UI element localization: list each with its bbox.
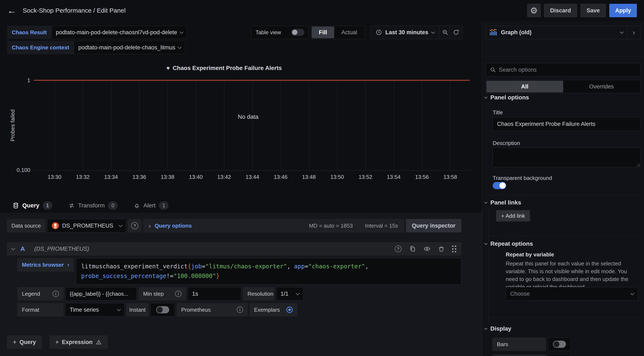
refresh-icon — [453, 29, 460, 36]
legend-row: Legend i Min step i Resolution 1/1 — [17, 287, 461, 301]
variable-value-dropdown[interactable]: podtato-main-pod-delete-chaos_litmus — [74, 41, 186, 54]
promql-expression-input[interactable]: litmuschaos_experiment_verdict{job="litm… — [76, 258, 461, 285]
panel-options-header[interactable]: Panel options — [485, 94, 529, 101]
chevron-down-icon — [484, 200, 488, 204]
tab-count-badge: 0 — [108, 201, 118, 210]
format-row: Format Time series Instant Prometheus i … — [17, 303, 461, 317]
legend-format-input[interactable] — [65, 287, 137, 301]
gridline — [168, 81, 168, 171]
chevron-down-icon — [484, 326, 488, 330]
repeat-variable-select[interactable]: Choose — [506, 287, 638, 301]
panel-title-input[interactable] — [497, 121, 636, 127]
collapse-options-button[interactable]: › — [627, 26, 640, 39]
query-inspector-button[interactable]: Query inspector — [406, 219, 461, 232]
actual-option[interactable]: Actual — [334, 26, 364, 38]
plus-icon: + — [55, 339, 59, 346]
metrics-browser-button[interactable]: Metrics browser › — [17, 258, 74, 272]
visualization-picker: Graph (old) › — [486, 26, 641, 39]
help-circle-icon: ? — [131, 222, 138, 229]
x-axis-tick-label: 13:50 — [330, 174, 344, 180]
no-data-message: No data — [238, 114, 258, 120]
gridline — [365, 81, 366, 171]
info-icon: i — [237, 307, 243, 313]
tab-alert[interactable]: Alert 1 — [128, 199, 174, 212]
exemplars-toggle-icon[interactable] — [286, 307, 293, 313]
transparent-background-toggle[interactable] — [493, 182, 506, 189]
add-link-button[interactable]: + Add link — [496, 210, 530, 221]
variable-value-dropdown[interactable]: podtato-main-pod-delete-chaosnl7vd-pod-d… — [51, 26, 187, 39]
instant-toggle[interactable] — [156, 306, 169, 313]
chevron-down-icon — [178, 45, 182, 49]
panel-options-sidebar: Graph (old) › All Overrides Panel option… — [482, 21, 644, 356]
datasource-help-button[interactable]: ? — [128, 219, 142, 232]
gridline — [422, 81, 422, 171]
tab-transform[interactable]: Transform 0 — [62, 199, 124, 212]
prometheus-type-chip: Prometheus i — [176, 303, 248, 317]
apply-button[interactable]: Apply — [609, 4, 637, 17]
gridline — [252, 81, 252, 171]
x-axis-tick-label: 13:48 — [302, 174, 316, 180]
gridline — [196, 81, 196, 171]
time-range-label: Last 30 minutes — [385, 29, 428, 36]
tab-query[interactable]: Query 1 — [7, 199, 58, 212]
exemplars-chip: Exemplars — [250, 303, 298, 317]
toggle-visibility-button[interactable] — [424, 245, 430, 252]
visualization-select[interactable]: Graph (old) — [486, 26, 627, 39]
panel-links-header[interactable]: Panel links — [485, 199, 521, 206]
min-step-input[interactable] — [188, 287, 241, 301]
x-axis-tick-label: 13:36 — [132, 174, 146, 180]
save-button[interactable]: Save — [580, 4, 606, 17]
promql-code-line: litmuschaos_experiment_verdict{job="litm… — [81, 262, 456, 271]
table-view-toggle[interactable] — [291, 29, 304, 36]
query-options-link[interactable]: Query options — [155, 222, 192, 229]
time-range-picker[interactable]: Last 30 minutes — [371, 26, 439, 39]
min-step-value[interactable] — [192, 291, 237, 297]
x-axis-tick-label: 13:54 — [387, 174, 400, 180]
panel-description-textarea[interactable] — [493, 148, 641, 167]
datasource-row: Data source DS_PROMETHEUS ? › Query opti… — [7, 219, 461, 232]
tab-overrides[interactable]: Overrides — [563, 81, 640, 92]
chevron-down-icon — [620, 30, 624, 34]
duplicate-query-button[interactable] — [409, 245, 416, 252]
datasource-select[interactable]: DS_PROMETHEUS — [47, 219, 126, 232]
legend-format-value[interactable] — [70, 291, 132, 297]
fill-option[interactable]: Fill — [312, 26, 334, 38]
query-row-header[interactable]: A (DS_PROMETHEUS) ? — [7, 242, 461, 256]
datasource-value: DS_PROMETHEUS — [62, 222, 113, 229]
repeat-by-variable-label: Repeat by variable — [506, 251, 554, 258]
bars-toggle[interactable] — [553, 341, 566, 348]
repeat-options-header[interactable]: Repeat options — [485, 240, 533, 247]
panel-title-field[interactable] — [493, 117, 641, 131]
search-options-input[interactable] — [499, 67, 636, 73]
x-axis-tick-label: 13:34 — [104, 174, 118, 180]
panel-preview: ♥Chaos Experiment Probe Failure Alerts 1… — [0, 63, 482, 189]
prometheus-icon — [52, 222, 59, 229]
add-query-button[interactable]: + Query — [7, 336, 42, 349]
table-view-control: Table view — [251, 26, 309, 39]
back-arrow-icon[interactable]: ← — [7, 6, 16, 15]
gridline — [394, 81, 394, 171]
heart-icon: ♥ — [166, 65, 170, 71]
drag-handle[interactable] — [452, 245, 456, 252]
query-footer-buttons: + Query + Expression — [7, 336, 108, 349]
interval-info: Interval = 15s — [365, 222, 398, 229]
eye-icon — [424, 245, 430, 252]
options-filter-tabs: All Overrides — [486, 80, 641, 93]
max-datapoints-info: MD = auto = 1853 — [309, 222, 353, 229]
resize-grip[interactable] — [636, 163, 640, 167]
delete-query-button[interactable] — [438, 245, 444, 252]
display-header[interactable]: Display — [485, 325, 512, 332]
gridline — [309, 81, 309, 171]
add-expression-button[interactable]: + Expression — [50, 336, 108, 349]
tab-all[interactable]: All — [486, 81, 563, 92]
format-select[interactable]: Time series — [65, 303, 124, 317]
graph-panel-icon — [490, 29, 497, 36]
search-options-field[interactable] — [486, 63, 641, 76]
resolution-select[interactable]: 1/1 — [276, 287, 304, 301]
next-option-row-clipped — [492, 354, 571, 356]
panel-settings-button[interactable]: ⚙ — [527, 4, 541, 17]
discard-button[interactable]: Discard — [544, 4, 577, 17]
query-help-button[interactable]: ? — [395, 245, 402, 252]
refresh-button[interactable] — [450, 26, 462, 39]
tab-label: Query — [22, 202, 39, 209]
